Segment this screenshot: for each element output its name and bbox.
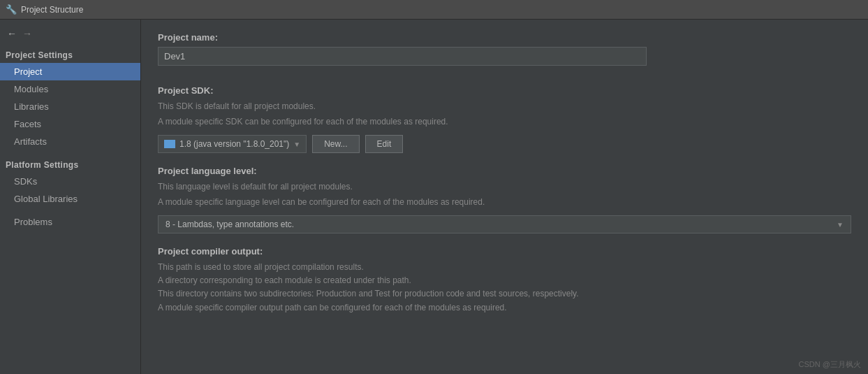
sdk-icon [164, 140, 175, 148]
project-name-input[interactable] [158, 47, 647, 66]
content-area: Project name: Project SDK: This SDK is d… [141, 20, 868, 374]
nav-arrows: ← → [0, 24, 140, 46]
sidebar: ← → Project Settings Project Modules Lib… [0, 20, 141, 374]
main-layout: ← → Project Settings Project Modules Lib… [0, 20, 868, 374]
sdk-desc-2: A module specific SDK can be configured … [158, 115, 851, 128]
compiler-desc-3: This directory contains two subdirectori… [158, 287, 851, 301]
sidebar-divider-2 [0, 208, 140, 213]
platform-settings-header: Platform Settings [0, 156, 140, 173]
compiler-desc-2: A directory corresponding to each module… [158, 274, 851, 287]
language-level-section: Project language level: This language le… [158, 166, 851, 233]
sidebar-item-global-libraries[interactable]: Global Libraries [0, 190, 140, 208]
sidebar-item-sdks[interactable]: SDKs [0, 173, 140, 190]
project-settings-header: Project Settings [0, 46, 140, 63]
sidebar-item-modules[interactable]: Modules [0, 80, 140, 98]
sidebar-item-artifacts[interactable]: Artifacts [0, 133, 140, 150]
title-bar-text: Project Structure [21, 5, 83, 15]
language-level-label: Project language level: [158, 166, 851, 176]
compiler-desc-1: This path is used to store all project c… [158, 261, 851, 274]
compiler-output-label: Project compiler output: [158, 246, 851, 257]
language-level-desc-1: This language level is default for all p… [158, 180, 851, 193]
project-sdk-label: Project SDK: [158, 85, 851, 96]
project-name-section: Project name: [158, 32, 851, 75]
sidebar-item-facets[interactable]: Facets [0, 115, 140, 133]
new-sdk-button[interactable]: New... [312, 135, 359, 153]
sdk-desc-1: This SDK is default for all project modu… [158, 100, 851, 113]
sdk-row: 1.8 (java version "1.8.0_201") ▼ New... … [158, 135, 851, 153]
project-name-label: Project name: [158, 32, 851, 43]
language-level-value: 8 - Lambdas, type annotations etc. [165, 220, 294, 229]
language-level-desc-2: A module specific language level can be … [158, 196, 851, 208]
compiler-output-section: Project compiler output: This path is us… [158, 246, 851, 315]
sdk-dropdown[interactable]: 1.8 (java version "1.8.0_201") ▼ [158, 135, 307, 153]
forward-arrow[interactable]: → [21, 27, 34, 41]
language-dropdown-arrow: ▼ [837, 221, 844, 229]
sdk-dropdown-arrow: ▼ [293, 141, 300, 148]
project-sdk-section: Project SDK: This SDK is default for all… [158, 85, 851, 153]
sidebar-item-libraries[interactable]: Libraries [0, 98, 140, 115]
sidebar-item-project[interactable]: Project [0, 63, 140, 80]
sidebar-item-problems[interactable]: Problems [0, 213, 140, 231]
sdk-value: 1.8 (java version "1.8.0_201") [179, 139, 289, 149]
language-level-dropdown[interactable]: 8 - Lambdas, type annotations etc. ▼ [158, 215, 851, 233]
watermark: CSDN @三月枫火 [799, 359, 861, 370]
sidebar-divider-1 [0, 150, 140, 156]
title-bar: 🔧 Project Structure [0, 0, 868, 20]
back-arrow[interactable]: ← [6, 27, 18, 41]
compiler-desc-4: A module specific compiler output path c… [158, 301, 851, 315]
app-icon: 🔧 [6, 4, 17, 15]
edit-sdk-button[interactable]: Edit [365, 135, 404, 153]
